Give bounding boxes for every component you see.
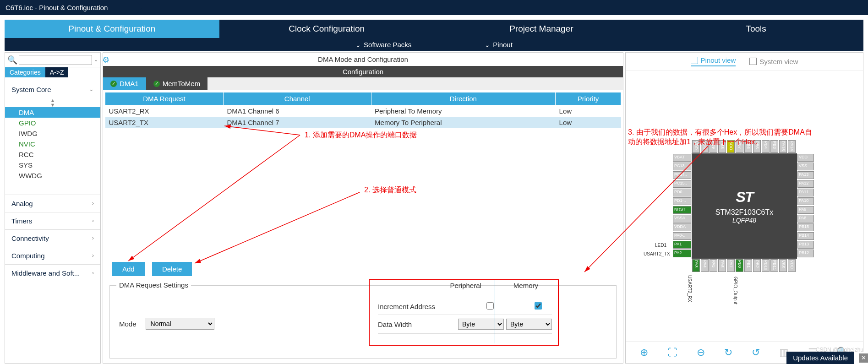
tab-clock-config[interactable]: Clock Configuration <box>219 20 434 38</box>
item-gpio[interactable]: GPIO <box>5 118 100 128</box>
pin-pb1[interactable]: PB1 <box>744 259 752 272</box>
periph-inc-checkbox[interactable] <box>486 302 494 310</box>
item-iwdg[interactable]: IWDG <box>5 128 100 139</box>
item-sys[interactable]: SYS <box>5 160 100 170</box>
pin-pa8[interactable]: PA8 <box>797 215 814 223</box>
pin-pd0-[interactable]: PD0-.. <box>673 189 691 196</box>
updates-available[interactable]: Updates Available <box>786 352 854 364</box>
zoom-in-icon[interactable]: ⊕ <box>640 347 648 359</box>
pin-pa3[interactable]: PA3 <box>692 259 700 272</box>
item-dma[interactable]: DMA <box>5 107 100 118</box>
pin-pc14[interactable]: PC14.. <box>673 171 691 179</box>
pin-pa6[interactable]: PA6 <box>718 259 726 272</box>
group-analog[interactable]: Analog› <box>5 195 100 212</box>
add-button[interactable]: Add <box>112 262 145 276</box>
pin-pb12[interactable]: PB12 <box>797 250 814 257</box>
pin-pa12[interactable]: PA12 <box>797 180 814 188</box>
pin-vdd[interactable]: VDD <box>788 259 796 272</box>
pin-pb7[interactable]: PB7 <box>736 140 743 153</box>
pin-pa15[interactable]: PA15 <box>779 140 787 153</box>
item-rcc[interactable]: RCC <box>5 149 100 160</box>
pin-vss[interactable]: VSS <box>797 163 814 170</box>
tab-az[interactable]: A->Z <box>45 67 69 77</box>
memory-inc-checkbox[interactable] <box>535 302 542 310</box>
search-icon[interactable]: 🔍 <box>7 55 17 65</box>
th-priority[interactable]: Priority <box>556 92 621 105</box>
pin-pa10[interactable]: PA10 <box>797 197 814 205</box>
pin-vdd[interactable]: VDD <box>797 154 814 162</box>
chip-area[interactable]: ST STM32F103C6Tx LQFP48 VBATPC13..PC14..… <box>626 71 863 342</box>
zoom-out-icon[interactable]: ⊖ <box>697 347 705 359</box>
item-nvic[interactable]: NVIC <box>5 139 100 149</box>
subtab-dma1[interactable]: ✓DMA1 <box>103 77 146 90</box>
chevron-down-icon: ⌄ <box>89 86 94 93</box>
tab-pinout-config[interactable]: Pinout & Configuration <box>5 20 219 38</box>
th-direction[interactable]: Direction <box>371 92 556 105</box>
pinout-view-tab[interactable]: Pinout view <box>691 56 736 66</box>
pin-pb2[interactable]: PB2 <box>753 259 761 272</box>
memory-data-width-select[interactable]: Byte <box>506 319 552 330</box>
software-packs-menu[interactable]: Software Packs <box>355 41 411 49</box>
pin-pa1[interactable]: PA1 <box>673 241 691 249</box>
group-computing[interactable]: Computing› <box>5 247 100 264</box>
periph-data-width-select[interactable]: Byte <box>458 319 504 330</box>
tab-tools[interactable]: Tools <box>649 20 863 38</box>
pin-pc15[interactable]: PC15.. <box>673 180 691 188</box>
pin-vbat[interactable]: VBAT <box>673 154 691 162</box>
tab-project-manager[interactable]: Project Manager <box>434 20 649 38</box>
pin-pa2[interactable]: PA2 <box>673 250 691 257</box>
th-request[interactable]: DMA Request <box>105 92 224 105</box>
mode-select[interactable]: Normal <box>146 318 214 330</box>
group-timers[interactable]: Timers› <box>5 212 100 229</box>
tab-categories[interactable]: Categories <box>5 67 45 77</box>
th-channel[interactable]: Channel <box>223 92 371 105</box>
pin-nrst[interactable]: NRST <box>673 206 691 214</box>
pin-pb10[interactable]: PB10 <box>762 259 770 272</box>
pin-pb4[interactable]: PB4 <box>762 140 770 153</box>
close-icon[interactable]: ✕ <box>859 353 868 363</box>
pin-pa14[interactable]: PA14 <box>788 140 796 153</box>
pin-pb9[interactable]: PB9 <box>710 140 717 153</box>
pin-pb8[interactable]: PB8 <box>718 140 726 153</box>
item-wwdg[interactable]: WWDG <box>5 170 100 181</box>
pin-pa9[interactable]: PA9 <box>797 206 814 214</box>
delete-button[interactable]: Delete <box>152 262 192 276</box>
pin-pa4[interactable]: PA4 <box>701 259 709 272</box>
pin-pa13[interactable]: PA13 <box>797 171 814 179</box>
fit-icon[interactable]: ⛶ <box>667 347 677 359</box>
search-input[interactable] <box>19 55 92 65</box>
dropdown-icon[interactable]: ⌄ <box>94 57 98 63</box>
pin-pa5[interactable]: PA5 <box>710 259 717 272</box>
pin-pd1-[interactable]: PD1-.. <box>673 197 691 205</box>
group-system-core[interactable]: System Core⌄ <box>5 81 100 98</box>
pin-vdd[interactable]: VDD <box>692 140 700 153</box>
pin-pa11[interactable]: PA11 <box>797 189 814 196</box>
pin-pb5[interactable]: PB5 <box>753 140 761 153</box>
subtab-memtomem[interactable]: ✓MemToMem <box>146 77 208 90</box>
pin-boo[interactable]: BOO <box>727 140 735 153</box>
table-row[interactable]: USART2_TXDMA1 Channel 7Memory To Periphe… <box>105 117 621 128</box>
group-connectivity[interactable]: Connectivity› <box>5 229 100 247</box>
pin-pc13[interactable]: PC13.. <box>673 163 691 170</box>
pin-pb15[interactable]: PB15 <box>797 223 814 231</box>
pin-pa0-[interactable]: PA0-.. <box>673 232 691 240</box>
pin-label-usart2rx: USART2_RX <box>687 275 692 302</box>
pin-pb3[interactable]: PB3 <box>770 140 778 153</box>
system-view-tab[interactable]: System view <box>749 56 798 66</box>
pin-pb11[interactable]: PB11 <box>770 259 778 272</box>
pin-pa7[interactable]: PA7 <box>727 259 735 272</box>
pin-pb13[interactable]: PB13 <box>797 241 814 249</box>
pin-vssa[interactable]: VSSA <box>673 215 691 223</box>
increment-address-label: Increment Address <box>378 303 456 310</box>
rotate-ccw-icon[interactable]: ↺ <box>752 347 760 359</box>
group-middleware[interactable]: Middleware and Soft...› <box>5 264 100 282</box>
pin-pb0[interactable]: PB0 <box>736 259 743 272</box>
pin-pb6[interactable]: PB6 <box>744 140 752 153</box>
pin-pb14[interactable]: PB14 <box>797 232 814 240</box>
pin-vss[interactable]: VSS <box>701 140 709 153</box>
pin-vdda[interactable]: VDDA <box>673 223 691 231</box>
pinout-menu[interactable]: Pinout <box>485 41 513 49</box>
table-row[interactable]: USART2_RXDMA1 Channel 6Peripheral To Mem… <box>105 105 621 117</box>
pin-vss[interactable]: VSS <box>779 259 787 272</box>
rotate-icon[interactable]: ↻ <box>724 347 732 359</box>
